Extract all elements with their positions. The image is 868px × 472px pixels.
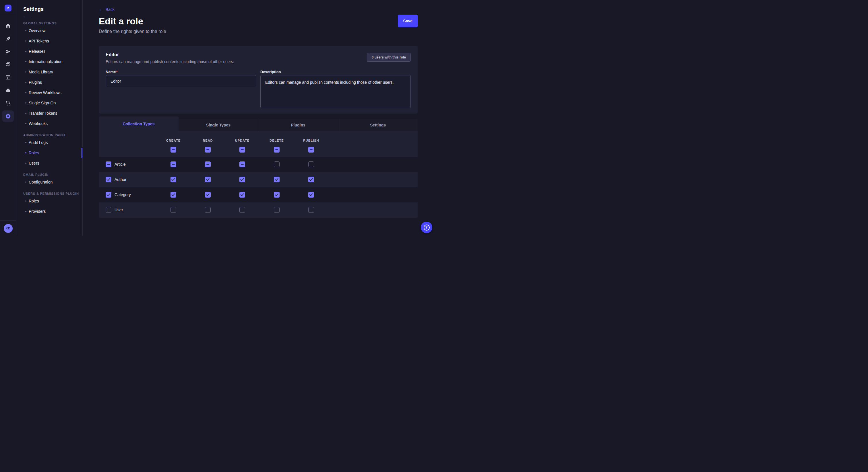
sidebar-item-releases[interactable]: Releases [17,46,82,57]
rail-button-images[interactable] [2,59,14,70]
checkbox-user-read[interactable] [205,207,211,213]
nav-section-users-permissions-plugin: USERS & PERMISSIONS PLUGINRolesProviders [17,192,82,216]
users-with-role-button[interactable]: 0 users with this role [367,53,411,62]
checkbox-select-all-publish[interactable] [308,147,314,153]
checkbox-category-update[interactable] [239,192,245,198]
sidebar-item-configuration[interactable]: Configuration [17,177,82,187]
strapi-logo[interactable] [5,5,11,11]
tab-single-types[interactable]: Single Types [179,119,258,131]
permissions-card: Collection TypesSingle TypesPluginsSetti… [99,116,417,218]
checkbox-article-update[interactable] [239,162,245,167]
checkbox-article-delete[interactable] [274,162,280,167]
bullet-icon [25,211,26,212]
nav-section-email-plugin: EMAIL PLUGINConfiguration [17,173,82,187]
checkbox-author-create[interactable] [170,177,176,182]
action-header-read: Read [203,139,213,142]
sidebar-item-users[interactable]: Users [17,158,82,168]
layout-icon [5,74,11,80]
bullet-icon [25,102,26,103]
help-button[interactable]: ? [421,222,432,233]
bullet-icon [25,92,26,93]
checkbox-category-create[interactable] [170,192,176,198]
rail-icons [0,16,16,220]
checkbox-category-publish[interactable] [308,192,314,198]
checkbox-user[interactable] [105,207,112,213]
checkbox-select-all-delete[interactable] [274,147,280,153]
permissions-table-body: ArticleAuthorCategoryUser [99,157,417,217]
sidebar-item-roles[interactable]: Roles [17,196,82,206]
sidebar-item-internationalization[interactable]: Internationalization [17,57,82,67]
sidebar-item-audit-logs[interactable]: Audit Logs [17,137,82,148]
permission-row-author: Author [99,172,417,187]
rail-button-shopping-cart[interactable] [2,98,14,109]
checkbox-category[interactable] [105,192,112,198]
sidebar-item-providers[interactable]: Providers [17,206,82,216]
checkbox-user-publish[interactable] [308,207,314,213]
sidebar-item-transfer-tokens[interactable]: Transfer Tokens [17,108,82,119]
rail-button-home[interactable] [2,20,14,32]
row-label: Author [115,172,126,187]
sidebar-item-label: Roles [29,150,39,155]
save-button[interactable]: Save [398,14,417,27]
bullet-icon [25,123,26,124]
tab-plugins[interactable]: Plugins [258,119,338,131]
role-name-heading: Editor [105,52,119,57]
sidebar-item-label: Overview [29,28,45,33]
rail-button-gear[interactable] [2,110,14,122]
rail-button-paper-plane[interactable] [2,46,14,57]
sidebar-item-single-sign-on[interactable]: Single Sign-On [17,98,82,108]
home-icon [5,23,11,29]
bullet-icon [25,61,26,62]
checkbox-select-all-read[interactable] [205,147,211,153]
question-mark-icon: ? [424,225,430,231]
checkbox-article-create[interactable] [170,162,176,167]
sidebar-item-review-workflows[interactable]: Review Workflows [17,88,82,98]
tab-collection-types[interactable]: Collection Types [99,116,179,131]
back-label: Back [105,7,115,12]
checkbox-select-all-create[interactable] [170,147,176,153]
checkbox-article-read[interactable] [205,162,211,167]
sidebar-sections: GLOBAL SETTINGSOverviewAPI TokensRelease… [17,22,82,216]
rail-button-feather[interactable] [2,33,14,44]
sidebar-item-roles[interactable]: Roles [17,148,82,158]
checkbox-user-update[interactable] [239,207,245,213]
checkbox-author[interactable] [105,177,112,182]
role-name-input[interactable] [105,75,256,87]
bullet-icon [25,163,26,164]
sidebar-item-label: Users [29,161,39,165]
avatar[interactable]: KD [4,224,12,233]
checkbox-author-update[interactable] [239,177,245,182]
name-field-label: Name* [105,70,117,74]
inactive-tabs: Single TypesPluginsSettings [179,119,417,131]
sidebar-item-label: Media Library [29,70,53,74]
rail-button-layout[interactable] [2,72,14,83]
sidebar-item-label: Audit Logs [29,140,48,145]
checkbox-category-read[interactable] [205,192,211,198]
checkbox-author-read[interactable] [205,177,211,182]
feather-icon [5,36,11,42]
main-content: ← Back Edit a role Define the rights giv… [83,0,434,236]
sidebar-item-plugins[interactable]: Plugins [17,77,82,88]
checkbox-user-delete[interactable] [274,207,280,213]
settings-sidebar: Settings GLOBAL SETTINGSOverviewAPI Toke… [17,0,83,236]
rail-button-cloud[interactable] [2,85,14,96]
icon-rail: KD [0,0,17,236]
role-description-textarea[interactable]: Editors can manage and publish contents … [260,75,411,108]
checkbox-article-publish[interactable] [308,162,314,167]
checkbox-user-create[interactable] [170,207,176,213]
checkbox-category-delete[interactable] [274,192,280,198]
sidebar-item-webhooks[interactable]: Webhooks [17,119,82,129]
back-link[interactable]: ← Back [99,7,115,12]
checkbox-article[interactable] [105,162,112,167]
sidebar-item-label: Roles [29,199,39,203]
checkbox-author-delete[interactable] [274,177,280,182]
sidebar-item-media-library[interactable]: Media Library [17,67,82,77]
sidebar-item-api-tokens[interactable]: API Tokens [17,36,82,46]
sidebar-divider [23,16,30,17]
tab-settings[interactable]: Settings [338,119,417,131]
bullet-icon [25,51,26,52]
checkbox-author-publish[interactable] [308,177,314,182]
sidebar-item-overview[interactable]: Overview [17,26,82,36]
sidebar-item-label: Single Sign-On [29,101,56,105]
checkbox-select-all-update[interactable] [239,147,245,153]
